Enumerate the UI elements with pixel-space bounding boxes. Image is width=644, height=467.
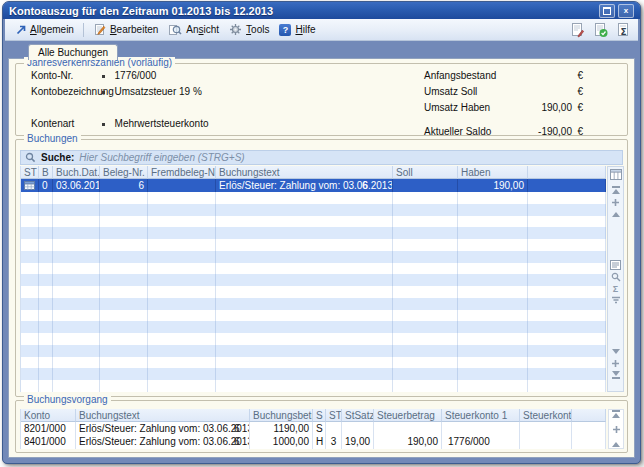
field-bullet-icon xyxy=(102,75,105,78)
group-jahresverkehrszahlen: Jahresverkehrszahlen (vorläufig) Konto-N… xyxy=(15,63,628,136)
empty-row xyxy=(21,345,606,357)
col-header-buchungstext[interactable]: Buchungstext xyxy=(216,166,393,179)
close-window-button[interactable]: x xyxy=(618,4,634,18)
cell-steuerbetrag xyxy=(374,422,442,435)
col-header-fremdbeleg-nr[interactable]: Fremdbeleg-Nr. xyxy=(148,166,216,179)
booking-row-selected[interactable]: 0 03.06.2013 6 Erlös/Steuer: Zahlung vom… xyxy=(21,179,606,192)
menu-bearbeiten[interactable]: Bearbeiten xyxy=(88,21,163,38)
vorgang-row[interactable]: 8201/000 Erlös/Steuer: Zahlung vom: 03.0… xyxy=(21,422,606,435)
col-header-stsatz[interactable]: StSatz xyxy=(342,409,374,422)
list-view-icon[interactable] xyxy=(610,259,621,271)
scroll-first-icon[interactable] xyxy=(612,410,620,418)
col-header-buchungsbetrag[interactable]: Buchungsbetrag xyxy=(250,409,313,422)
beleg-ref: 6 xyxy=(362,179,368,192)
confirm-document-button[interactable] xyxy=(592,21,609,38)
scroll-first-icon[interactable] xyxy=(612,184,620,196)
empty-row xyxy=(21,263,606,275)
search-bar[interactable]: Suche: xyxy=(20,150,623,165)
restore-window-button[interactable] xyxy=(599,4,615,18)
col-header-soll[interactable]: Soll xyxy=(393,166,458,179)
cell-buch-dat: 03.06.2013 xyxy=(53,179,100,192)
empty-row xyxy=(21,357,606,369)
scroll-down-icon[interactable] xyxy=(612,345,620,357)
empty-row xyxy=(21,321,606,333)
col-header-st[interactable]: ST xyxy=(21,166,39,179)
col-header-b[interactable]: B xyxy=(39,166,53,179)
search-label: Suche: xyxy=(41,152,74,163)
beleg-ref: 6 xyxy=(234,422,240,435)
col-header-st[interactable]: ST xyxy=(326,409,342,422)
currency-symbol: € xyxy=(577,69,583,82)
menu-hilfe[interactable]: ? Hilfe xyxy=(274,22,320,38)
scroll-up-icon[interactable] xyxy=(612,208,620,220)
sum-icon[interactable]: Σ xyxy=(613,283,618,295)
empty-row xyxy=(21,274,606,286)
tab-page: Jahresverkehrszahlen (vorläufig) Konto-N… xyxy=(8,58,635,458)
col-header-steuerbetrag[interactable]: Steuerbetrag xyxy=(374,409,442,422)
title-bar[interactable]: Kontoauszug für den Zeitraum 01.2013 bis… xyxy=(3,2,640,19)
edit-document-icon xyxy=(93,23,106,36)
cell-buchungstext: Erlös/Steuer: Zahlung vom: 03.06.2013/ B… xyxy=(76,435,250,448)
menu-allgemein[interactable]: Allgemein xyxy=(11,22,79,37)
export-document-button[interactable] xyxy=(569,21,586,38)
cell-st xyxy=(21,179,39,192)
col-header-steuerkonto-1[interactable]: Steuerkonto 1 xyxy=(442,409,520,422)
journal-entry-icon xyxy=(24,181,35,190)
col-header-filler xyxy=(528,166,606,179)
col-header-steuerkonto-2[interactable]: Steuerkonto 2 xyxy=(520,409,572,422)
search-input[interactable] xyxy=(79,152,618,163)
empty-row xyxy=(21,368,606,380)
field-value: 1776/000 xyxy=(115,70,157,81)
cell-st xyxy=(326,422,342,435)
menu-tools[interactable]: Tools xyxy=(224,21,274,38)
app-window: Kontoauszug für den Zeitraum 01.2013 bis… xyxy=(2,1,641,464)
cell-steuerkonto-1 xyxy=(442,422,520,435)
scroll-last-icon[interactable] xyxy=(612,369,620,381)
col-header-buchungstext[interactable]: Buchungstext xyxy=(76,409,250,422)
menu-ansicht[interactable]: Ansicht xyxy=(163,21,224,38)
cell-steuerkonto-2 xyxy=(520,435,572,448)
col-header-konto[interactable]: Konto xyxy=(21,409,76,422)
restore-icon xyxy=(603,7,611,15)
append-row-icon[interactable] xyxy=(612,425,621,434)
group-title: Buchungsvorgang xyxy=(24,394,111,406)
empty-row xyxy=(21,204,606,216)
insert-row-icon[interactable] xyxy=(611,196,620,208)
cell-steuerkonto-1: 1776/000 xyxy=(442,435,520,448)
col-header-s[interactable]: S xyxy=(313,409,326,422)
field-label: Anfangsbestand xyxy=(424,70,496,81)
append-row-icon[interactable] xyxy=(611,357,620,369)
cell-s: H xyxy=(313,435,326,448)
col-header-buch-dat[interactable]: Buch.Dat. xyxy=(53,166,100,179)
col-header-beleg-nr[interactable]: Beleg-Nr. xyxy=(100,166,148,179)
arrow-up-right-icon xyxy=(16,25,26,35)
search-row-icon[interactable] xyxy=(611,271,621,283)
filter-icon[interactable] xyxy=(611,295,621,307)
field-aktueller-saldo: Aktueller Saldo -190,00 € xyxy=(424,125,627,138)
field-value: 190,00 xyxy=(482,101,572,114)
cell-buchungsbetrag: 1190,00 xyxy=(250,422,313,435)
field-bullet-icon xyxy=(102,91,105,94)
field-label: Konto-Nr. xyxy=(31,69,99,82)
buchungen-table-header: ST B Buch.Dat. Beleg-Nr. Fremdbeleg-Nr. … xyxy=(21,166,606,179)
currency-symbol: € xyxy=(577,101,583,114)
field-kontobezeichnung: Kontobezeichnung Umsatzsteuer 19 % xyxy=(31,85,202,98)
cell-buchungsbetrag: 1000,00 xyxy=(250,435,313,448)
menu-label: Bearbeiten xyxy=(110,24,158,35)
toolbar-separator xyxy=(83,23,84,37)
sum-document-button[interactable]: Σ xyxy=(615,21,632,38)
cell-filler xyxy=(572,435,606,448)
empty-row xyxy=(21,298,606,310)
group-buchungsvorgang: Buchungsvorgang Konto Buchungstext Buchu… xyxy=(15,400,628,453)
cell-s: S xyxy=(313,422,326,435)
tab-alle-buchungen[interactable]: Alle Buchungen xyxy=(28,44,118,60)
scroll-up-icon[interactable] xyxy=(612,441,620,448)
vorgang-row[interactable]: 8401/000 Erlös/Steuer: Zahlung vom: 03.0… xyxy=(21,435,606,448)
cell-filler xyxy=(572,422,606,435)
cell-steuerkonto-2 xyxy=(520,422,572,435)
col-header-haben[interactable]: Haben xyxy=(458,166,528,179)
menu-label: Hilfe xyxy=(295,24,315,35)
field-label: Umsatz Haben xyxy=(424,102,490,113)
field-value: Umsatzsteuer 19 % xyxy=(115,86,202,97)
column-chooser-icon[interactable] xyxy=(610,168,622,180)
